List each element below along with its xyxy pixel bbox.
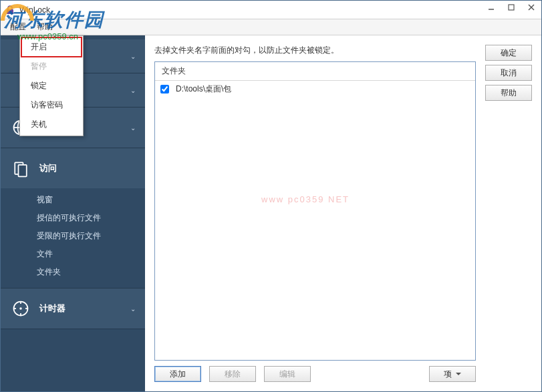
chevron-down-icon: ⌄ [130,87,136,94]
bottom-button-row: 添加 移除 编辑 项 [154,366,476,382]
folder-icon [10,158,31,179]
context-menu-item-pause: 暂停 [21,57,82,76]
sidebar-item-trusted-exe[interactable]: 授信的可执行文件 [33,209,145,227]
add-button[interactable]: 添加 [154,366,201,382]
options-dropdown-button[interactable]: 项 [429,366,476,382]
context-menu-item-start[interactable]: 开启 [21,37,82,57]
folder-list: 文件夹 D:\tools\桌面\包 [154,61,476,361]
ok-button[interactable]: 确定 [485,45,532,61]
close-button[interactable] [521,1,541,14]
right-button-column: 确定 取消 帮助 [485,45,532,382]
chevron-down-icon: ⌄ [130,124,136,132]
sidebar-label-timer: 计时器 [39,303,65,315]
sidebar-label-access: 访问 [39,162,57,174]
sidebar-item-files[interactable]: 文件 [33,245,145,263]
help-button[interactable]: 帮助 [485,85,532,101]
chevron-down-icon: ⌄ [130,305,136,313]
compass-icon [10,298,31,319]
app-icon [5,5,15,15]
minimize-button[interactable] [481,1,501,14]
list-column-header[interactable]: 文件夹 [155,62,475,81]
remove-button: 移除 [209,366,256,382]
context-menu-item-shutdown[interactable]: 关机 [21,115,82,134]
context-menu-item-guest-password[interactable]: 访客密码 [21,95,82,115]
sidebar-item-folders[interactable]: 文件夹 [33,263,145,281]
list-item[interactable]: D:\tools\桌面\包 [155,81,475,97]
svg-rect-9 [19,165,27,177]
window-title: WinLock [19,5,50,15]
chevron-down-icon: ⌄ [130,53,136,60]
sidebar-sub-access: 视窗 授信的可执行文件 受限的可执行文件 文件 文件夹 [1,188,145,288]
cancel-button[interactable]: 取消 [485,65,532,81]
menu-item-help[interactable]: 帮助 [31,19,58,35]
row-path: D:\tools\桌面\包 [176,83,231,95]
sidebar-item-restricted-exe[interactable]: 受限的可执行文件 [33,227,145,245]
menu-item-config[interactable]: 配置 [5,19,31,35]
edit-button: 编辑 [264,366,311,382]
row-checkbox[interactable] [160,85,169,93]
sidebar-section-access[interactable]: 访问 [1,148,145,188]
instruction-text: 去掉文件夹名字前面的对勾，以防止文件夹被锁定。 [154,45,476,56]
svg-rect-0 [7,9,13,14]
context-menu-item-lock[interactable]: 锁定 [21,76,82,95]
svg-rect-2 [509,5,514,10]
maximize-button[interactable] [501,1,521,14]
sidebar-section-timer[interactable]: 计时器 ⌄ [1,288,145,329]
list-body: D:\tools\桌面\包 [155,81,475,360]
sidebar-item-window[interactable]: 视窗 [33,191,145,209]
main-area: 去掉文件夹名字前面的对勾，以防止文件夹被锁定。 文件夹 D:\tools\桌面\… [145,35,541,391]
menubar: 配置 帮助 [1,19,541,35]
window-controls [481,1,541,14]
titlebar: WinLock [1,1,541,19]
context-menu: 开启 暂停 锁定 访客密码 关机 [19,35,84,136]
svg-point-11 [19,307,22,310]
